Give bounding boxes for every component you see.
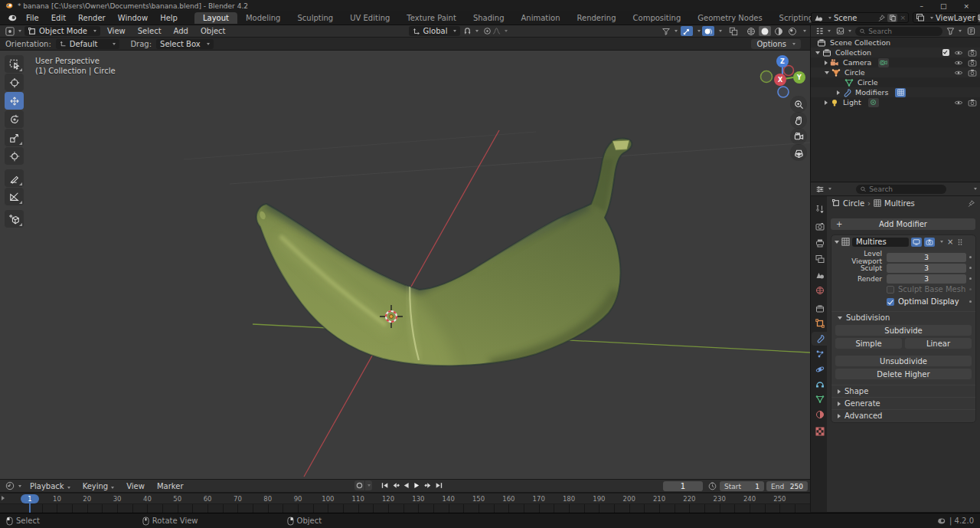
tab-texture[interactable] — [812, 425, 828, 438]
multires-badge[interactable] — [895, 88, 906, 97]
camera-toggle-icon[interactable] — [968, 68, 977, 77]
scale-tool[interactable] — [5, 129, 24, 146]
shading-wireframe[interactable] — [745, 26, 757, 36]
cursor-tool[interactable] — [5, 74, 24, 91]
drag-handle-icon[interactable] — [957, 238, 963, 246]
measure-tool[interactable] — [5, 188, 24, 205]
modifier-name-field[interactable]: Multires — [852, 238, 909, 247]
navigation-gizmo[interactable]: Z Y X — [761, 55, 806, 97]
sculpt-base-mesh-checkbox[interactable] — [887, 286, 894, 294]
jump-to-end-button[interactable] — [433, 480, 443, 490]
close-button[interactable]: × — [963, 2, 969, 10]
subdivide-button[interactable]: Subdivide — [835, 325, 972, 336]
chevron-down-icon[interactable] — [719, 30, 722, 32]
menu-add[interactable]: Add — [168, 26, 194, 36]
timeline-ruler[interactable]: 1 10203040506070809010011012013014015016… — [0, 493, 810, 503]
copy-icon[interactable] — [978, 14, 980, 22]
blender-logo-icon[interactable] — [7, 13, 17, 23]
playhead-line[interactable] — [29, 502, 31, 513]
modifier-panel-header[interactable]: Multires × — [831, 235, 975, 248]
tab-modeling[interactable]: Modeling — [237, 12, 289, 24]
select-box-tool[interactable] — [5, 55, 24, 73]
tab-data[interactable] — [812, 392, 828, 406]
properties-search[interactable] — [856, 185, 946, 194]
keying-set-dropdown[interactable] — [365, 480, 372, 490]
tab-physics[interactable] — [812, 362, 828, 376]
tab-world[interactable] — [812, 284, 828, 297]
end-frame-field[interactable]: End 250 — [766, 481, 808, 491]
animate-dot[interactable] — [966, 300, 974, 303]
maximize-button[interactable]: □ — [940, 2, 947, 10]
sculpt-field[interactable]: 3 — [887, 264, 966, 273]
outliner-search[interactable] — [855, 27, 942, 36]
viewlayer-selector[interactable]: ViewLayer × — [913, 12, 978, 23]
orientation-setting-dropdown[interactable]: Default — [56, 39, 120, 49]
banana-object[interactable] — [168, 139, 632, 461]
outliner-display-mode[interactable] — [814, 26, 832, 36]
tab-animation[interactable]: Animation — [513, 12, 569, 24]
subdivision-section-header[interactable]: Subdivision — [831, 311, 975, 323]
outliner-row-camera[interactable]: Camera — [811, 57, 980, 67]
timeline-channel-strip[interactable] — [0, 503, 810, 513]
tab-collection[interactable] — [812, 302, 828, 316]
snap-toggle[interactable] — [462, 26, 480, 36]
expand-icon[interactable] — [825, 100, 828, 105]
shading-solid[interactable] — [759, 26, 771, 36]
animate-dot[interactable] — [966, 267, 974, 269]
outliner-row-scene-collection[interactable]: Scene Collection — [811, 38, 980, 48]
outliner-row-light[interactable]: Light — [811, 97, 980, 107]
tab-geometry-nodes[interactable]: Geometry Nodes — [689, 12, 770, 24]
drag-setting-dropdown[interactable]: Select Box — [156, 39, 214, 49]
animate-dot[interactable] — [966, 277, 974, 280]
editor-type-icon[interactable] — [4, 26, 23, 36]
menu-keying[interactable]: Keying — [77, 481, 120, 491]
tab-shading[interactable]: Shading — [465, 12, 513, 24]
timeline-editor-type[interactable] — [4, 481, 23, 491]
gizmo-axis-neg-x[interactable] — [761, 71, 773, 83]
exclude-checkbox[interactable] — [942, 49, 949, 56]
chevron-down-icon[interactable] — [803, 30, 806, 32]
start-frame-field[interactable]: Start 1 — [720, 481, 764, 491]
show-in-render-toggle[interactable] — [924, 238, 935, 247]
animate-dot[interactable] — [966, 256, 974, 258]
copy-icon[interactable] — [887, 14, 897, 22]
expand-icon[interactable] — [825, 71, 829, 74]
shading-material[interactable] — [773, 26, 785, 36]
level-viewport-field[interactable]: 3 — [887, 253, 966, 262]
outliner-row-collection[interactable]: Collection — [811, 48, 980, 57]
ruler-collapse-icon[interactable] — [2, 496, 5, 500]
pin-icon[interactable] — [878, 15, 885, 21]
tab-layout[interactable]: Layout — [194, 12, 237, 24]
menu-edit[interactable]: Edit — [45, 12, 72, 24]
delete-higher-button[interactable]: Delete Higher — [835, 369, 972, 379]
eye-icon[interactable] — [954, 48, 963, 57]
properties-search-input[interactable] — [869, 185, 942, 193]
linear-button[interactable]: Linear — [905, 338, 972, 349]
annotate-tool[interactable] — [5, 169, 24, 187]
proportional-edit-toggle[interactable] — [482, 26, 509, 36]
add-modifier-button[interactable]: + Add Modifier — [831, 218, 975, 230]
mode-selector[interactable]: Object Mode — [24, 26, 100, 36]
overlays-toggle[interactable] — [702, 26, 714, 36]
camera-toggle-icon[interactable] — [968, 98, 977, 107]
play-button[interactable] — [412, 480, 422, 490]
outliner-row-circle-object[interactable]: Circle — [811, 67, 980, 77]
tab-render[interactable] — [812, 220, 828, 234]
shading-rendered[interactable] — [786, 26, 799, 36]
render-field[interactable]: 3 — [887, 274, 966, 284]
unsubdivide-button[interactable]: Unsubdivide — [835, 356, 972, 366]
gizmo-axis-neg-z[interactable] — [778, 87, 789, 97]
camera-toggle-icon[interactable] — [968, 48, 977, 57]
transform-orientation-selector[interactable]: Global — [409, 26, 461, 36]
auto-keying-button[interactable] — [354, 480, 364, 490]
next-keyframe-button[interactable] — [423, 480, 433, 490]
jump-to-start-button[interactable] — [380, 480, 390, 490]
xray-toggle[interactable] — [727, 26, 740, 36]
tab-modifiers[interactable] — [812, 332, 828, 346]
tab-texture-paint[interactable]: Texture Paint — [398, 12, 465, 24]
3d-viewport[interactable]: Z Y X User Perspective (1) Collection | … — [0, 51, 810, 479]
expand-icon[interactable] — [825, 61, 828, 65]
modifier-extras-dropdown[interactable] — [940, 241, 943, 243]
tab-object[interactable] — [812, 316, 828, 330]
scene-selector[interactable]: Scene × — [811, 12, 909, 23]
